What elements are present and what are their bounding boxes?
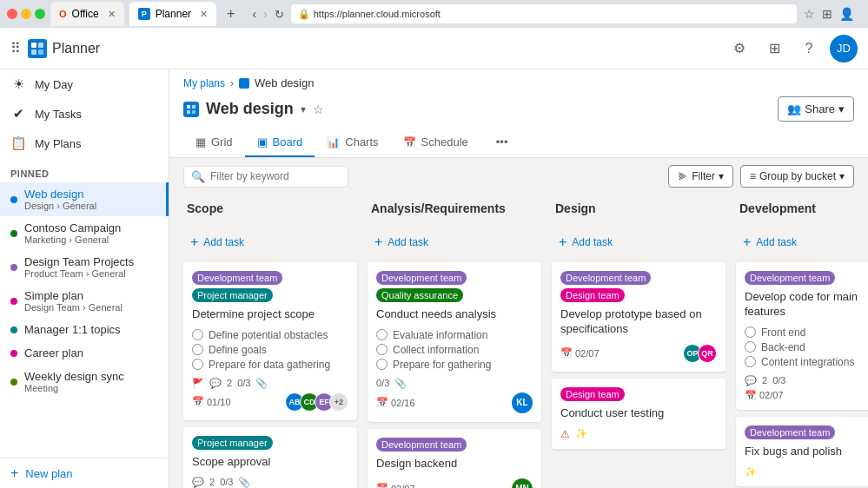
group-by-button[interactable]: ≡ Group by bucket ▾ <box>740 165 854 188</box>
apps-btn[interactable]: ⊞ <box>760 35 788 63</box>
task-date-7: 📅 02/07 <box>745 390 784 401</box>
scope-column-header: Scope <box>183 195 357 222</box>
subtask-1: Define potential obstacles <box>192 329 348 341</box>
task-card-design-backend[interactable]: Development team Design backend 📅 02/07 … <box>368 429 541 488</box>
task-card-determine-scope[interactable]: Development team Project manager Determi… <box>183 262 357 420</box>
charts-icon: 📊 <box>327 136 340 148</box>
design-add-task-btn[interactable]: + Add task <box>552 229 726 255</box>
help-btn[interactable]: ? <box>795 35 823 63</box>
search-box[interactable]: 🔍 <box>183 166 348 188</box>
web-design-sub: Design › General <box>24 201 96 211</box>
profile-icon[interactable]: 👤 <box>839 7 854 21</box>
tab-office-label: Office <box>72 8 99 20</box>
subtask-check-1 <box>192 329 203 340</box>
task-meta-6: ⚠ ✨ <box>560 428 587 440</box>
back-btn[interactable]: ‹ <box>252 7 256 21</box>
contoso-info: Contoso Campaign Marketing › General <box>24 221 121 245</box>
minimize-btn[interactable] <box>21 9 31 19</box>
column-design: Design + Add task Development team Desig… <box>552 195 726 449</box>
task-card-prototype[interactable]: Development team Design team Develop pro… <box>552 262 726 372</box>
share-icon: 👥 <box>787 102 801 115</box>
favorite-star-icon[interactable]: ☆ <box>313 102 324 116</box>
task-card-dev-code[interactable]: Development team Develop code for main f… <box>736 262 868 410</box>
bookmark-icon[interactable]: ☆ <box>804 7 815 21</box>
sidebar-plan-design-team[interactable]: Design Team Projects Product Team › Gene… <box>0 250 169 284</box>
analysis-title: Analysis/Requirements <box>371 201 506 215</box>
sidebar-plan-simple[interactable]: Simple plan Design Team › General <box>0 284 169 318</box>
close-btn[interactable] <box>7 9 17 19</box>
web-design-dot <box>10 196 17 203</box>
task-card-scope-approval[interactable]: Project manager Scope approval 💬 2 0/3 📎 <box>183 427 357 488</box>
tab-planner[interactable]: P Planner ✕ <box>129 2 216 26</box>
subtask-check-3 <box>192 359 203 370</box>
development-add-task-btn[interactable]: + Add task <box>736 229 868 255</box>
subtask-frontend: Front end <box>745 326 868 339</box>
task-title-scope: Determine project scope <box>192 307 348 322</box>
date-value-4: 02/07 <box>391 484 415 488</box>
main-layout: ☀ My Day ✔ My Tasks 📋 My Plans Pinned We… <box>0 69 868 488</box>
calendar-icon-4: 📅 <box>376 483 388 488</box>
label-proj-mgr-2: Project manager <box>192 436 273 450</box>
sidebar-plan-contoso[interactable]: Contoso Campaign Marketing › General <box>0 216 169 250</box>
sidebar-plan-manager[interactable]: Manager 1:1 topics <box>0 318 169 341</box>
contoso-name: Contoso Campaign <box>24 221 121 234</box>
search-input[interactable] <box>210 170 341 182</box>
comment-icon-2: 💬 <box>192 477 204 488</box>
tab-charts[interactable]: 📊 Charts <box>315 129 390 157</box>
reload-btn[interactable]: ↻ <box>275 8 284 21</box>
scope-add-label: Add task <box>203 236 244 248</box>
filter-button[interactable]: ⫸ Filter ▾ <box>668 165 733 188</box>
task-card-needs-analysis[interactable]: Development team Quality assurance Condu… <box>368 262 541 422</box>
new-plan-btn[interactable]: + New plan <box>0 458 169 488</box>
waffle-icon[interactable]: ⠿ <box>10 40 21 56</box>
label-dev-team-4: Development team <box>376 438 467 452</box>
weekly-name: Weekly design sync <box>24 370 124 383</box>
tab-more[interactable]: ••• <box>484 129 520 157</box>
scope-add-task-btn[interactable]: + Add task <box>183 229 357 255</box>
task-card-user-testing[interactable]: Design team Conduct user testing ⚠ ✨ <box>552 379 726 449</box>
tab-grid[interactable]: ▦ Grid <box>183 129 245 157</box>
extensions-icon[interactable]: ⊞ <box>822 7 832 21</box>
task-footer-scope: 🚩 💬 2 0/3 📎 <box>192 378 348 389</box>
user-avatar[interactable]: JD <box>830 35 858 63</box>
design-team-sub: Product Team › General <box>24 268 134 279</box>
sidebar-item-mytasks[interactable]: ✔ My Tasks <box>0 99 169 129</box>
plan-dropdown-icon[interactable]: ▾ <box>301 103 306 115</box>
tab-schedule[interactable]: 📅 Schedule <box>391 129 480 157</box>
task-avatars: AB CD EF +2 <box>285 392 348 412</box>
subtask-prepare: Prepare for gathering <box>376 359 533 371</box>
weekly-dot <box>10 379 17 386</box>
career-info: Career plan <box>24 346 83 359</box>
forward-btn[interactable]: › <box>263 7 268 21</box>
comment-count: 2 <box>227 378 232 388</box>
analysis-add-task-btn[interactable]: + Add task <box>368 229 541 255</box>
design-title: Design <box>555 201 596 215</box>
task-card-fix-bugs[interactable]: Development team Fix bugs and polish ✨ <box>736 417 868 486</box>
new-tab-btn[interactable]: + <box>222 6 240 22</box>
settings-btn[interactable]: ⚙ <box>726 35 753 63</box>
task-subtasks: Define potential obstacles Define goals … <box>192 329 348 371</box>
sidebar-plan-weekly[interactable]: Weekly design sync Meeting <box>0 365 169 399</box>
card-labels-4: Development team <box>376 438 533 452</box>
address-bar[interactable]: 🔒 https://planner.cloud.microsoft <box>291 4 797 23</box>
sidebar-item-myplans[interactable]: 📋 My Plans <box>0 129 169 158</box>
maximize-btn[interactable] <box>35 9 45 19</box>
my-plans-breadcrumb-link[interactable]: My plans <box>183 77 225 89</box>
tab-office[interactable]: O Office ✕ <box>50 2 124 26</box>
calendar-icon-3: 📅 <box>376 397 388 408</box>
filter-chevron: ▾ <box>719 170 724 182</box>
plan-icon-small <box>239 78 249 89</box>
sidebar-plan-career[interactable]: Career plan <box>0 341 169 365</box>
my-plans-label: My Plans <box>35 137 81 150</box>
plans-icon: 📋 <box>10 135 26 151</box>
tab-close-icon[interactable]: ✕ <box>108 9 116 20</box>
sidebar-item-myday[interactable]: ☀ My Day <box>0 69 169 99</box>
browser-icons: ☆ ⊞ 👤 <box>804 7 854 21</box>
tab-planner-close-icon[interactable]: ✕ <box>200 9 208 20</box>
contoso-sub: Marketing › General <box>24 234 121 245</box>
card-labels-8: Development team <box>745 425 868 439</box>
sidebar-plan-web-design[interactable]: Web design Design › General <box>0 182 169 216</box>
tab-board[interactable]: ▣ Board <box>245 129 315 157</box>
share-button[interactable]: 👥 Share ▾ <box>778 96 854 122</box>
breadcrumb: My plans › Web design <box>183 76 854 89</box>
